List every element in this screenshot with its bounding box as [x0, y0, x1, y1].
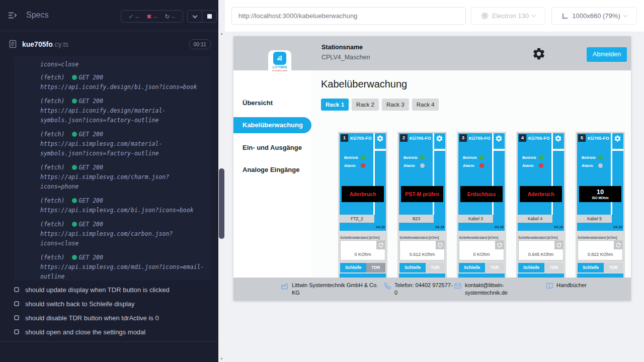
card-title: KÜ705-FO	[469, 136, 491, 141]
success-dot-icon	[72, 165, 77, 170]
electron-icon	[481, 12, 489, 20]
card-settings-icon[interactable]	[376, 135, 384, 142]
device-card: 2 KÜ705-FO Betrieb Alarm PST-M prüfen B2…	[397, 132, 447, 287]
specs-menu-icon[interactable]	[8, 12, 18, 21]
card-settings-icon[interactable]	[436, 135, 443, 142]
stop-icon	[207, 14, 212, 19]
firmware-version: V4.19	[376, 225, 385, 229]
settings-gear-icon[interactable]	[532, 47, 546, 61]
resistance-value: 0 KOhm	[459, 252, 504, 257]
tab-rack-4[interactable]: Rack 4	[412, 99, 439, 111]
betrieb-led	[539, 155, 543, 160]
scroll-up-arrow-icon[interactable]: ▲	[218, 30, 225, 37]
fetch-log-entry[interactable]: (fetch)GET 200https://api.simplesvg.com/…	[40, 253, 206, 282]
chevron-down-icon	[623, 13, 627, 17]
fetch-log-entry[interactable]: (fetch)GET 200https://api.simplesvg.com/…	[40, 163, 206, 192]
sidebar-item-3[interactable]: Ein- und Ausgänge	[243, 144, 302, 151]
refresh-button[interactable]	[554, 241, 563, 249]
tab-rack-3[interactable]: Rack 3	[382, 99, 409, 111]
device-card: 5 KÜ705-FO Betrieb Alarm 10 ISO MOhm Kab…	[576, 132, 625, 287]
refresh-button[interactable]	[495, 241, 504, 249]
scrollbar-thumb[interactable]	[219, 168, 224, 239]
card-number: 1	[341, 134, 348, 142]
alarm-indicator: Alarm	[463, 163, 484, 168]
betrieb-led	[479, 155, 484, 160]
card-settings-icon[interactable]	[614, 135, 621, 142]
browser-select[interactable]: Electron 130	[471, 7, 545, 25]
resistance-label: Schleifenwiderstand [kOhm]	[399, 236, 439, 239]
status-display: PST-M prüfen	[401, 186, 443, 202]
app-footer: Littwin Systemtechnik GmbH & Co. KG Tele…	[233, 278, 631, 301]
betrieb-indicator: Betrieb	[344, 155, 365, 160]
schleife-button[interactable]: Schleife	[340, 263, 366, 273]
fetch-log-entry[interactable]: (fetch)GET 200https://api.simplesvg.com/…	[40, 220, 206, 248]
test-stats[interactable]: ✓-- ✖-- ↻--	[121, 10, 183, 23]
card-number: 2	[400, 134, 408, 142]
scroll-down-arrow-icon[interactable]: ▼	[218, 355, 225, 362]
tdr-button[interactable]: TDR	[426, 263, 445, 273]
footer-manuals[interactable]: Handbücher	[545, 282, 587, 290]
status-text: Aderbruch	[349, 191, 376, 197]
cable-name: Kabel 3	[458, 215, 493, 223]
alarm-led	[479, 163, 484, 168]
refresh-button[interactable]	[436, 241, 444, 249]
url-input[interactable]	[231, 7, 466, 25]
sidebar-item-2[interactable]: Kabelüberwachung	[233, 117, 311, 133]
test-item[interactable]: should update display when TDR button is…	[0, 283, 218, 297]
status-value: 10	[597, 189, 604, 196]
alarm-led	[361, 163, 365, 168]
fetch-log-entry[interactable]: (fetch)GET 200https://api.iconify.design…	[40, 73, 206, 92]
refresh-button[interactable]	[614, 241, 622, 249]
fetch-log-entry[interactable]: (fetch)GET 200https://api.simplesvg.com/…	[40, 130, 206, 158]
resistance-display: 0.645 KOhm	[518, 240, 564, 260]
test-item[interactable]: should switch back to Schleife display	[0, 297, 218, 311]
resistance-display: 0.612 KOhm	[399, 240, 445, 260]
stat-passed: ✓--	[128, 13, 139, 20]
sidebar-item-4[interactable]: Analoge Eingänge	[243, 166, 299, 173]
schleife-button[interactable]: Schleife	[578, 263, 604, 273]
viewport-select[interactable]: 1000x660 (79%)	[551, 7, 637, 25]
tdr-button[interactable]: TDR	[366, 263, 385, 273]
tdr-button[interactable]: TDR	[544, 263, 564, 273]
tab-rack-1[interactable]: Rack 1	[321, 99, 349, 111]
betrieb-indicator: Betrieb	[404, 155, 425, 160]
firmware-version: V4.19	[495, 225, 504, 229]
tdr-button[interactable]: TDR	[485, 263, 504, 273]
phone-icon	[384, 282, 391, 290]
collapse-button[interactable]	[188, 11, 202, 22]
test-item[interactable]: should disable TDR button when tdrActive…	[0, 311, 218, 325]
card-divider	[373, 133, 375, 215]
sidebar-item-1[interactable]: Übersicht	[243, 99, 273, 107]
schleife-button[interactable]: Schleife	[459, 263, 485, 273]
footer-email[interactable]: kontakt@littwin-systemtechnik.de	[454, 282, 513, 297]
schleife-button[interactable]: Schleife	[399, 263, 426, 273]
stop-button[interactable]	[202, 11, 216, 22]
tdr-button[interactable]: TDR	[604, 263, 623, 273]
test-item[interactable]: should open and close the settings modal	[0, 325, 218, 339]
footer-company: Littwin Systemtechnik GmbH & Co. KG	[281, 282, 381, 297]
tab-rack-2[interactable]: Rack 2	[352, 99, 379, 111]
alarm-indicator: Alarm	[582, 163, 603, 168]
ruler-icon	[561, 13, 569, 20]
success-dot-icon	[72, 132, 77, 137]
card-number: 4	[519, 134, 526, 142]
browser-bar: Electron 130 1000x660 (79%)	[225, 0, 644, 32]
card-settings-icon[interactable]	[495, 135, 503, 142]
fetch-log-entry[interactable]: (fetch)GET 200https://api.simplesvg.com/…	[40, 196, 206, 215]
resistance-label: Schleifenwiderstand [kOhm]	[340, 236, 379, 239]
logout-button[interactable]: Abmelden	[587, 47, 627, 62]
refresh-button[interactable]	[376, 241, 385, 249]
status-display: Erdschluss	[460, 186, 503, 202]
card-settings-icon[interactable]	[554, 135, 562, 142]
resistance-value: 0 KOhm	[341, 252, 385, 257]
card-divider	[492, 133, 494, 215]
spec-file-row[interactable]: kue705fo.cy.ts 00:11	[0, 39, 218, 51]
panel-scrollbar[interactable]: ▲ ▼	[218, 30, 225, 362]
card-title: KÜ705-FO	[350, 136, 372, 141]
alarm-indicator: Alarm	[522, 163, 543, 168]
spec-file-icon	[9, 40, 17, 50]
footer-phone[interactable]: Telefon: 04402 972577-0	[384, 282, 455, 297]
fetch-log-entry[interactable]: (fetch)GET 200https://api.iconify.design…	[40, 97, 206, 125]
schleife-button[interactable]: Schleife	[518, 263, 544, 273]
alarm-indicator: Alarm	[344, 163, 365, 168]
